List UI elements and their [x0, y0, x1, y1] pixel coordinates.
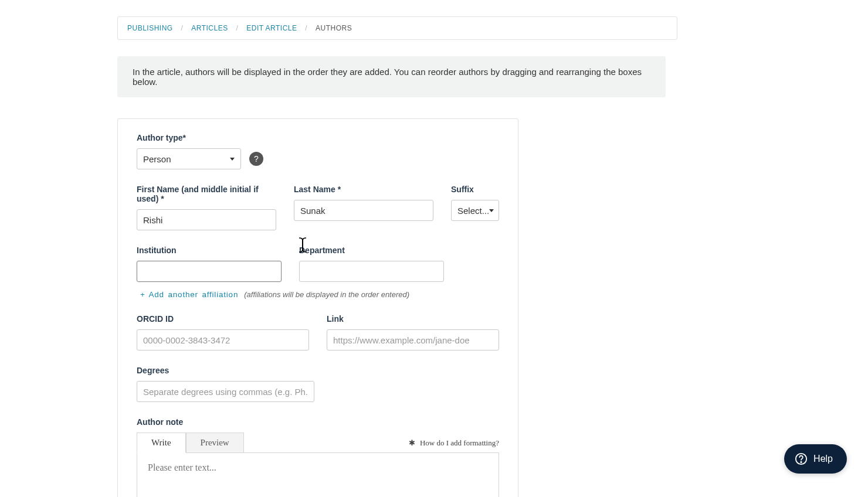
author-type-help-icon[interactable]: ? [249, 152, 263, 166]
svg-point-1 [801, 462, 801, 462]
help-widget-label: Help [813, 454, 833, 464]
info-banner: In the article, authors will be displaye… [117, 56, 666, 97]
link-input[interactable] [327, 329, 499, 350]
tab-preview[interactable]: Preview [186, 433, 244, 453]
formatting-help-text: How do I add formatting? [420, 438, 499, 448]
author-note-editor[interactable] [137, 452, 499, 497]
degrees-input[interactable] [137, 381, 314, 402]
add-affiliation-link[interactable]: + Add another affiliation [140, 290, 238, 299]
chevron-down-icon [230, 158, 235, 161]
suffix-select[interactable]: Select... [451, 200, 499, 221]
institution-label: Institution [137, 246, 282, 255]
help-widget[interactable]: Help [784, 444, 847, 474]
breadcrumb-articles[interactable]: ARTICLES [191, 24, 228, 32]
orcid-label: ORCID ID [137, 314, 309, 324]
suffix-label: Suffix [451, 185, 499, 194]
tab-write[interactable]: Write [137, 433, 186, 453]
breadcrumb-sep: / [236, 24, 239, 32]
author-type-label: Author type* [137, 133, 499, 142]
author-type-value: Person [143, 154, 171, 164]
department-label: Department [299, 246, 444, 255]
author-type-select[interactable]: Person [137, 148, 241, 169]
institution-input[interactable] [137, 261, 282, 282]
author-note-label: Author note [137, 417, 499, 427]
asterisk-icon: ✱ [409, 438, 415, 448]
orcid-input[interactable] [137, 329, 309, 350]
last-name-label: Last Name * [294, 185, 433, 194]
breadcrumb-sep: / [181, 24, 184, 32]
breadcrumb-current: AUTHORS [316, 24, 352, 32]
degrees-label: Degrees [137, 366, 499, 375]
breadcrumb-sep: / [305, 24, 307, 32]
author-form-card: Author type* Person ? First Name (and mi… [117, 118, 518, 497]
suffix-value: Select... [457, 206, 489, 216]
first-name-label: First Name (and middle initial if used) … [137, 185, 276, 203]
breadcrumb-publishing[interactable]: PUBLISHING [127, 24, 173, 32]
breadcrumb-edit-article[interactable]: EDIT ARTICLE [246, 24, 297, 32]
department-input[interactable] [299, 261, 444, 282]
formatting-help-link[interactable]: ✱ How do I add formatting? [409, 438, 499, 448]
link-label: Link [327, 314, 499, 324]
affiliation-note: (affiliations will be displayed in the o… [244, 290, 409, 299]
last-name-input[interactable] [294, 200, 433, 221]
breadcrumb: PUBLISHING / ARTICLES / EDIT ARTICLE / A… [117, 16, 677, 40]
help-icon [795, 452, 808, 465]
first-name-input[interactable] [137, 209, 276, 230]
chevron-down-icon [489, 209, 494, 212]
